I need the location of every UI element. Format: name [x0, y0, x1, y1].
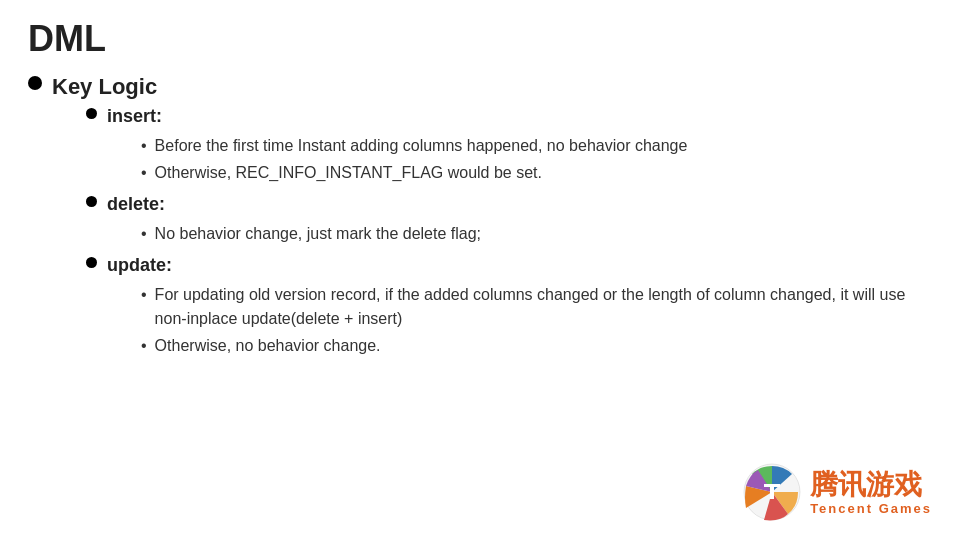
update-sub-text-2: Otherwise, no behavior change. — [155, 334, 381, 358]
insert-label: insert: — [107, 103, 162, 130]
sub-bullet-d1: • — [141, 222, 147, 246]
delete-label: delete: — [107, 191, 165, 218]
update-block: update: • For updating old version recor… — [86, 252, 932, 358]
sub-bullet-1: • — [141, 134, 147, 158]
key-logic-label: Key Logic — [52, 74, 157, 99]
level2-update: update: — [86, 252, 932, 279]
insert-sub-1: • Before the first time Instant adding c… — [141, 134, 932, 158]
delete-sub-1: • No behavior change, just mark the dele… — [141, 222, 932, 246]
delete-sub-items: • No behavior change, just mark the dele… — [141, 222, 932, 246]
sub-bullet-u2: • — [141, 334, 147, 358]
tencent-icon-svg — [742, 462, 802, 522]
update-sub-text-1: For updating old version record, if the … — [155, 283, 932, 331]
svg-rect-2 — [770, 487, 774, 499]
tencent-english-text: Tencent Games — [810, 501, 932, 516]
insert-sub-items: • Before the first time Instant adding c… — [141, 134, 932, 185]
sub-bullet-2: • — [141, 161, 147, 185]
update-sub-2: • Otherwise, no behavior change. — [141, 334, 932, 358]
level2-delete: delete: — [86, 191, 932, 218]
bullet-l1 — [28, 76, 42, 90]
bullet-l2-update — [86, 257, 97, 268]
level2-insert: insert: — [86, 103, 932, 130]
tencent-text-block: 腾讯游戏 Tencent Games — [810, 468, 932, 517]
update-sub-1: • For updating old version record, if th… — [141, 283, 932, 331]
delete-block: delete: • No behavior change, just mark … — [86, 191, 932, 246]
bullet-l2-insert — [86, 108, 97, 119]
tencent-logo: 腾讯游戏 Tencent Games — [742, 462, 932, 522]
svg-rect-1 — [764, 484, 780, 487]
level1-item: Key Logic insert: • Before the first tim… — [28, 72, 932, 364]
bullet-l2-delete — [86, 196, 97, 207]
insert-sub-text-1: Before the first time Instant adding col… — [155, 134, 688, 158]
sub-bullet-u1: • — [141, 283, 147, 307]
main-content: Key Logic insert: • Before the first tim… — [28, 72, 932, 374]
insert-sub-2: • Otherwise, REC_INFO_INSTANT_FLAG would… — [141, 161, 932, 185]
delete-sub-text-1: No behavior change, just mark the delete… — [155, 222, 481, 246]
insert-sub-text-2: Otherwise, REC_INFO_INSTANT_FLAG would b… — [155, 161, 542, 185]
update-sub-items: • For updating old version record, if th… — [141, 283, 932, 358]
update-label: update: — [107, 252, 172, 279]
page-title: DML — [28, 18, 106, 60]
tencent-chinese-text: 腾讯游戏 — [810, 468, 932, 502]
insert-block: insert: • Before the first time Instant … — [86, 103, 932, 185]
